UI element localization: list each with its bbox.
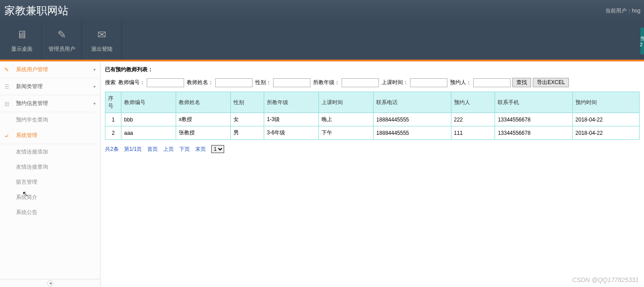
monitor-icon: 🖥	[16, 28, 27, 41]
cell-booker: 111	[451, 126, 495, 140]
submenu-link-query[interactable]: 友情连接查询	[0, 159, 100, 174]
data-table: 序号 教师编号 教师姓名 性别 所教年级 上课时间 联系电话 预约人 联系手机 …	[105, 92, 640, 140]
grid-icon: ☰	[4, 84, 12, 90]
pager-info: 第1/1页	[124, 146, 142, 153]
th-class-time: 上课时间	[319, 92, 374, 113]
sidebar: ✎ 系统用户管理 ▾ ☰ 新闻类管理 ▾ ▤ 预约信息管理 ▾ 预约学生查询 ⤾…	[0, 61, 101, 287]
menu-item-label: 系统用户管理	[16, 66, 48, 73]
toolbar-item-label: 退出登陆	[91, 45, 113, 53]
pager-last[interactable]: 末页	[195, 146, 206, 153]
pager-select[interactable]: 1	[211, 145, 224, 153]
input-booker[interactable]	[473, 78, 511, 87]
th-gender: 性别	[231, 92, 264, 113]
cell-teacher-name: 张教授	[176, 126, 231, 140]
chevron-down-icon: ▾	[93, 101, 96, 106]
header: 家教兼职网站 当前用户：hsg	[0, 0, 644, 21]
submenu-reserve-student[interactable]: 预约学生查询	[0, 112, 100, 127]
th-idx: 序号	[105, 92, 121, 113]
main-content: 已有预约教师列表： 搜索 教师编号： 教师姓名： 性别： 所教年级： 上课时间：…	[101, 61, 644, 287]
input-class-time[interactable]	[410, 78, 447, 87]
submenu-label: 友情连接查询	[16, 163, 48, 171]
submenu-label: 系统简介	[16, 194, 37, 201]
label-teacher-no: 教师编号：	[118, 79, 145, 86]
menu-reservation[interactable]: ▤ 预约信息管理 ▾	[0, 95, 100, 112]
submenu-label: 系统公告	[16, 209, 37, 216]
toolbar-show-desktop[interactable]: 🖥 显示桌面	[2, 21, 42, 60]
cell-idx: 2	[105, 126, 121, 140]
cell-gender: 女	[231, 113, 264, 126]
toolbar-item-label: 显示桌面	[11, 45, 32, 53]
pager-next[interactable]: 下页	[179, 146, 190, 153]
cell-book-time: 2018-04-22	[572, 113, 639, 126]
cell-teacher-no: bbb	[121, 113, 176, 126]
pager-first[interactable]: 首页	[147, 146, 158, 153]
toolbar-item-label: 管理员用户	[48, 45, 75, 53]
toolbar-logout[interactable]: ✉ 退出登陆	[82, 21, 122, 60]
th-grade: 所教年级	[264, 92, 318, 113]
submenu-system-notice[interactable]: 系统公告	[0, 205, 100, 220]
th-phone: 联系电话	[374, 92, 451, 113]
label-gender: 性别：	[255, 79, 271, 86]
table-header-row: 序号 教师编号 教师姓名 性别 所教年级 上课时间 联系电话 预约人 联系手机 …	[105, 92, 640, 113]
export-excel-button[interactable]: 导出EXCEL	[533, 78, 569, 87]
pager-total: 共2条	[105, 146, 119, 153]
toolbar-right-badge: 当2	[640, 28, 644, 54]
refresh-icon: ⤾	[4, 133, 12, 139]
input-gender[interactable]	[273, 78, 310, 87]
th-teacher-name: 教师姓名	[176, 92, 231, 113]
sidebar-collapse-handle[interactable]: ◀	[0, 279, 100, 287]
mail-icon: ✉	[97, 28, 106, 41]
search-button[interactable]: 查找	[512, 78, 531, 87]
label-booker: 预约人：	[450, 79, 471, 86]
th-mobile: 联系手机	[495, 92, 572, 113]
table-row: 1bbbx教授女1-3级晚上18884445555222133445566782…	[105, 113, 640, 126]
cell-mobile: 13344556678	[495, 113, 572, 126]
cell-booker: 222	[451, 113, 495, 126]
chevron-down-icon: ▾	[93, 84, 96, 89]
toolbar: 🖥 显示桌面 ✎ 管理员用户 ✉ 退出登陆 当2	[0, 21, 644, 61]
submenu-label: 友情连接添加	[16, 148, 48, 156]
cell-teacher-name: x教授	[176, 113, 231, 126]
search-bar: 搜索 教师编号： 教师姓名： 性别： 所教年级： 上课时间： 预约人： 查找 导…	[105, 78, 640, 87]
menu-item-label: 预约信息管理	[16, 100, 48, 107]
th-teacher-no: 教师编号	[121, 92, 176, 113]
cell-phone: 18884445555	[374, 126, 451, 140]
submenu-system-intro[interactable]: 系统简介	[0, 190, 100, 205]
toolbar-admin-user[interactable]: ✎ 管理员用户	[42, 21, 82, 60]
list-icon: ▤	[4, 101, 12, 107]
menu-item-label: 系统管理	[16, 132, 37, 139]
cell-gender: 男	[231, 126, 264, 140]
menu-system-manage[interactable]: ⤾ 系统管理	[0, 127, 100, 144]
menu-item-label: 新闻类管理	[16, 83, 43, 90]
cell-class-time: 下午	[319, 126, 374, 140]
label-class-time: 上课时间：	[382, 79, 408, 86]
th-book-time: 预约时间	[572, 92, 639, 113]
input-teacher-name[interactable]	[215, 78, 253, 87]
current-user: 当前用户：hsg	[605, 7, 640, 15]
submenu-message[interactable]: 留言管理	[0, 174, 100, 190]
search-prefix: 搜索	[105, 79, 116, 86]
input-grade[interactable]	[342, 78, 379, 87]
menu-system-user[interactable]: ✎ 系统用户管理 ▾	[0, 61, 100, 78]
cell-idx: 1	[105, 113, 121, 126]
pencil-icon: ✎	[57, 28, 66, 41]
input-teacher-no[interactable]	[147, 78, 184, 87]
pager: 共2条 第1/1页 首页 上页 下页 末页 1	[105, 145, 640, 153]
cell-grade: 1-3级	[264, 113, 318, 126]
list-title: 已有预约教师列表：	[105, 66, 640, 73]
cell-grade: 3-6年级	[264, 126, 318, 140]
pager-prev[interactable]: 上页	[163, 146, 174, 153]
cell-mobile: 13344556678	[495, 126, 572, 140]
submenu-link-add[interactable]: 友情连接添加	[0, 144, 100, 159]
th-booker: 预约人	[451, 92, 495, 113]
label-grade: 所教年级：	[313, 79, 340, 86]
watermark: CSDN @QQ177825331	[572, 276, 639, 283]
chevron-down-icon: ▾	[93, 67, 96, 72]
table-row: 2aaa张教授男3-6年级下午1888444555511113344556678…	[105, 126, 640, 140]
cell-teacher-no: aaa	[121, 126, 176, 140]
site-title: 家教兼职网站	[4, 4, 68, 18]
label-teacher-name: 教师姓名：	[187, 79, 213, 86]
cell-phone: 18884445555	[374, 113, 451, 126]
cell-book-time: 2018-04-22	[572, 126, 639, 140]
menu-news[interactable]: ☰ 新闻类管理 ▾	[0, 78, 100, 95]
